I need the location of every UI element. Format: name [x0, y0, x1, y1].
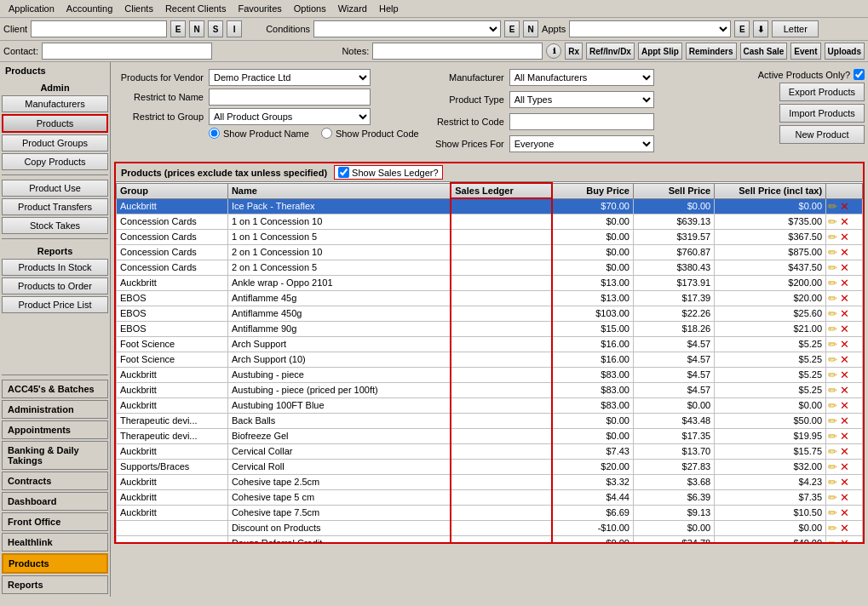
table-row[interactable]: Concession Cards 2 on 1 Concession 10 $0… — [117, 244, 863, 260]
edit-icon[interactable]: ✏ — [828, 307, 837, 320]
nav-contracts[interactable]: Contracts — [2, 472, 108, 490]
product-use-btn[interactable]: Product Use — [2, 180, 108, 197]
edit-icon[interactable]: ✏ — [828, 445, 837, 458]
copy-products-btn[interactable]: Copy Products — [2, 153, 108, 170]
table-row[interactable]: Auckbritt Cohesive tape 5 cm $4.44 $6.39… — [117, 489, 863, 505]
appts-e-btn[interactable]: E — [734, 20, 750, 37]
delete-icon[interactable]: ✕ — [840, 292, 849, 305]
menu-options[interactable]: Options — [289, 2, 331, 15]
export-products-btn[interactable]: Export Products — [779, 83, 865, 101]
delete-icon[interactable]: ✕ — [840, 323, 849, 335]
menu-recent-clients[interactable]: Recent Clients — [160, 2, 232, 15]
contact-input[interactable] — [42, 43, 212, 60]
table-row[interactable]: Auckbritt Cohesive tape 7.5cm $6.69 $9.1… — [117, 505, 863, 520]
menu-wizard[interactable]: Wizard — [333, 2, 372, 15]
delete-icon[interactable]: ✕ — [840, 277, 849, 289]
edit-icon[interactable]: ✏ — [828, 323, 837, 335]
edit-icon[interactable]: ✏ — [828, 338, 837, 351]
info-button[interactable]: ℹ — [546, 43, 561, 59]
table-row[interactable]: Concession Cards 2 on 1 Concession 5 $0.… — [117, 260, 863, 275]
delete-icon[interactable]: ✕ — [840, 353, 849, 366]
delete-icon[interactable]: ✕ — [840, 476, 849, 489]
show-ledger-checkbox[interactable] — [338, 167, 349, 178]
delete-icon[interactable]: ✕ — [840, 384, 849, 397]
table-row[interactable]: Foot Science Arch Support $16.00 $4.57 $… — [117, 336, 863, 352]
active-only-checkbox[interactable] — [854, 69, 865, 80]
delete-icon[interactable]: ✕ — [840, 369, 849, 381]
product-type-combo[interactable]: All Types — [509, 91, 654, 108]
vendor-combo[interactable]: Demo Practice Ltd — [209, 69, 371, 86]
show-prices-combo[interactable]: Everyone — [509, 135, 654, 152]
manufacturer-combo[interactable]: All Manufacturers — [509, 69, 654, 86]
rx-button[interactable]: Rx — [565, 43, 583, 60]
product-price-list-btn[interactable]: Product Price List — [2, 296, 108, 313]
table-row[interactable]: Supports/Braces Cervical Roll $20.00 $27… — [117, 459, 863, 474]
table-row[interactable]: EBOS Antiflamme 450g $103.00 $22.26 $25.… — [117, 306, 863, 321]
table-row[interactable]: Therapeutic devi... Back Balls $0.00 $43… — [117, 413, 863, 428]
delete-icon[interactable]: ✕ — [840, 522, 849, 535]
letter-button[interactable]: Letter — [772, 20, 819, 37]
edit-icon[interactable]: ✏ — [828, 476, 837, 489]
edit-icon[interactable]: ✏ — [828, 200, 837, 213]
import-products-btn[interactable]: Import Products — [779, 104, 865, 123]
delete-icon[interactable]: ✕ — [840, 491, 849, 504]
table-row[interactable]: Auckbritt Austubing - piece (priced per … — [117, 382, 863, 397]
menu-accounting[interactable]: Accounting — [61, 2, 118, 15]
products-table-wrap[interactable]: Group Name Sales Ledger Buy Price Sell P… — [116, 182, 863, 542]
edit-icon[interactable]: ✏ — [828, 292, 837, 305]
uploads-button[interactable]: Uploads — [825, 43, 865, 60]
table-row[interactable]: Auckbritt Austubing 100FT Blue $83.00 $0… — [117, 397, 863, 413]
col-ledger[interactable]: Sales Ledger — [451, 183, 552, 198]
delete-icon[interactable]: ✕ — [840, 231, 849, 243]
product-groups-btn[interactable]: Product Groups — [2, 134, 108, 152]
edit-icon[interactable]: ✏ — [828, 277, 837, 289]
nav-administration[interactable]: Administration — [2, 400, 108, 419]
edit-icon[interactable]: ✏ — [828, 231, 837, 243]
ref-button[interactable]: Ref/Inv/Dx — [586, 43, 635, 60]
appts-combo[interactable] — [569, 20, 731, 37]
edit-icon[interactable]: ✏ — [828, 399, 837, 412]
conditions-combo[interactable] — [313, 20, 501, 37]
table-row[interactable]: Discount on Products -$10.00 $0.00 $0.00… — [117, 520, 863, 535]
edit-icon[interactable]: ✏ — [828, 384, 837, 397]
table-row[interactable]: Concession Cards 1 on 1 Concession 5 $0.… — [117, 229, 863, 244]
delete-icon[interactable]: ✕ — [840, 414, 849, 427]
nav-acc45[interactable]: ACC45's & Batches — [2, 380, 108, 398]
table-row[interactable]: Dougs Referral Credit $0.00 -$34.78 -$40… — [117, 535, 863, 542]
notes-input[interactable] — [372, 43, 543, 60]
delete-icon[interactable]: ✕ — [840, 261, 849, 274]
show-code-radio[interactable] — [321, 128, 332, 139]
n-button[interactable]: N — [189, 20, 204, 37]
delete-icon[interactable]: ✕ — [840, 506, 849, 519]
new-product-btn[interactable]: New Product — [779, 125, 865, 144]
products-in-stock-btn[interactable]: Products In Stock — [2, 259, 108, 276]
i-button[interactable]: I — [227, 20, 242, 37]
delete-icon[interactable]: ✕ — [840, 399, 849, 412]
col-sell[interactable]: Sell Price — [633, 183, 714, 198]
delete-icon[interactable]: ✕ — [840, 430, 849, 443]
menu-application[interactable]: Application — [3, 2, 60, 15]
stock-takes-btn[interactable]: Stock Takes — [2, 217, 108, 234]
event-button[interactable]: Event — [790, 43, 820, 60]
table-row[interactable]: Therapeutic devi... Biofreeze Gel $0.00 … — [117, 428, 863, 443]
nav-healthlink[interactable]: Healthlink — [2, 533, 108, 552]
table-row[interactable]: Auckbritt Ice Pack - Theraflex $70.00 $0… — [117, 198, 863, 214]
manufacturers-btn[interactable]: Manufacturers — [2, 95, 108, 112]
delete-icon[interactable]: ✕ — [840, 246, 849, 259]
nav-appointments[interactable]: Appointments — [2, 420, 108, 439]
edit-icon[interactable]: ✏ — [828, 537, 837, 543]
nav-banking[interactable]: Banking & Daily Takings — [2, 441, 108, 470]
delete-icon[interactable]: ✕ — [840, 338, 849, 351]
menu-help[interactable]: Help — [374, 2, 404, 15]
table-row[interactable]: Auckbritt Cervical Collar $7.43 $13.70 $… — [117, 443, 863, 459]
table-row[interactable]: Foot Science Arch Support (10) $16.00 $4… — [117, 352, 863, 367]
nav-reports[interactable]: Reports — [2, 575, 108, 594]
edit-icon[interactable]: ✏ — [828, 522, 837, 535]
delete-icon[interactable]: ✕ — [840, 460, 849, 473]
edit-icon[interactable]: ✏ — [828, 246, 837, 259]
menu-favourites[interactable]: Favourites — [233, 2, 286, 15]
cash-sale-button[interactable]: Cash Sale — [740, 43, 788, 60]
show-name-radio-label[interactable]: Show Product Name — [209, 128, 309, 139]
table-row[interactable]: EBOS Antiflamme 90g $15.00 $18.26 $21.00… — [117, 321, 863, 336]
nav-front-office[interactable]: Front Office — [2, 512, 108, 531]
